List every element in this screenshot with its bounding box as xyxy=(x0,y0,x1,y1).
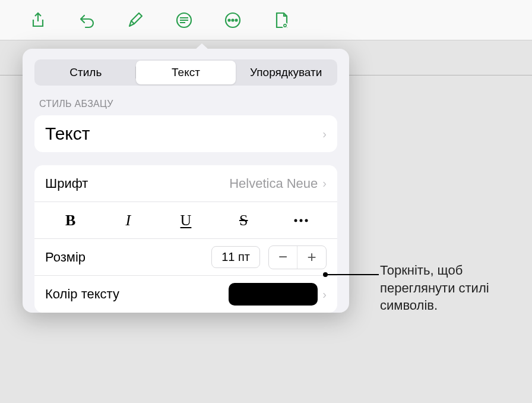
paragraph-style-row[interactable]: Текст › xyxy=(34,115,337,152)
size-increase-button[interactable]: + xyxy=(297,246,326,269)
annotation-text: Торкніть, щоб переглянути стилі символів… xyxy=(380,262,522,314)
text-color-label: Колір тексту xyxy=(45,286,229,302)
insert-button[interactable] xyxy=(170,6,198,34)
document-button[interactable] xyxy=(267,6,296,34)
chevron-right-icon: › xyxy=(322,288,327,301)
annotation-line xyxy=(325,274,379,275)
size-value[interactable]: 11 пт xyxy=(211,246,260,268)
size-label: Розмір xyxy=(45,250,211,265)
paragraph-style-header: СТИЛЬ АБЗАЦУ xyxy=(39,99,332,109)
document-icon xyxy=(272,11,291,30)
size-stepper: − + xyxy=(268,245,327,269)
italic-button[interactable]: I xyxy=(99,202,157,238)
character-styles-button[interactable] xyxy=(273,202,330,238)
undo-button[interactable] xyxy=(72,6,101,34)
size-decrease-button[interactable]: − xyxy=(269,246,297,269)
paragraph-style-card: Текст › xyxy=(34,115,337,152)
text-color-swatch[interactable] xyxy=(229,283,318,306)
ellipsis-icon xyxy=(293,218,309,223)
format-button[interactable] xyxy=(121,6,150,34)
chevron-right-icon: › xyxy=(322,127,327,141)
tab-style[interactable]: Стиль xyxy=(36,61,136,84)
font-label: Шрифт xyxy=(45,176,229,191)
svg-point-3 xyxy=(232,19,234,21)
insert-icon xyxy=(175,11,194,30)
text-color-row[interactable]: Колір тексту › xyxy=(34,276,337,313)
size-row: Розмір 11 пт − + xyxy=(34,239,337,276)
more-button[interactable] xyxy=(218,6,247,34)
paintbrush-icon xyxy=(126,11,145,30)
app-toolbar xyxy=(0,0,532,40)
text-style-row: B I U S xyxy=(34,202,337,239)
svg-point-4 xyxy=(236,19,238,21)
format-tabs: Стиль Текст Упорядкувати xyxy=(34,59,337,86)
svg-point-2 xyxy=(229,19,230,21)
underline-button[interactable]: U xyxy=(157,202,214,238)
svg-point-7 xyxy=(294,219,297,222)
strikethrough-button[interactable]: S xyxy=(215,202,273,238)
font-value: Helvetica Neue xyxy=(229,176,318,191)
bold-button[interactable]: B xyxy=(42,202,99,238)
share-button[interactable] xyxy=(24,6,52,34)
font-card: Шрифт Helvetica Neue › B I U S Розмір 11… xyxy=(34,165,337,313)
svg-point-6 xyxy=(284,24,286,26)
format-popover: Стиль Текст Упорядкувати СТИЛЬ АБЗАЦУ Те… xyxy=(23,49,349,313)
share-icon xyxy=(29,11,47,29)
svg-point-9 xyxy=(305,219,308,222)
undo-icon xyxy=(77,11,96,30)
tab-text[interactable]: Текст xyxy=(136,61,236,84)
chevron-right-icon: › xyxy=(322,177,327,190)
paragraph-style-name: Текст xyxy=(45,119,322,149)
more-icon xyxy=(223,11,242,30)
font-row[interactable]: Шрифт Helvetica Neue › xyxy=(34,165,337,202)
svg-point-8 xyxy=(300,219,303,222)
tab-arrange[interactable]: Упорядкувати xyxy=(236,61,336,84)
